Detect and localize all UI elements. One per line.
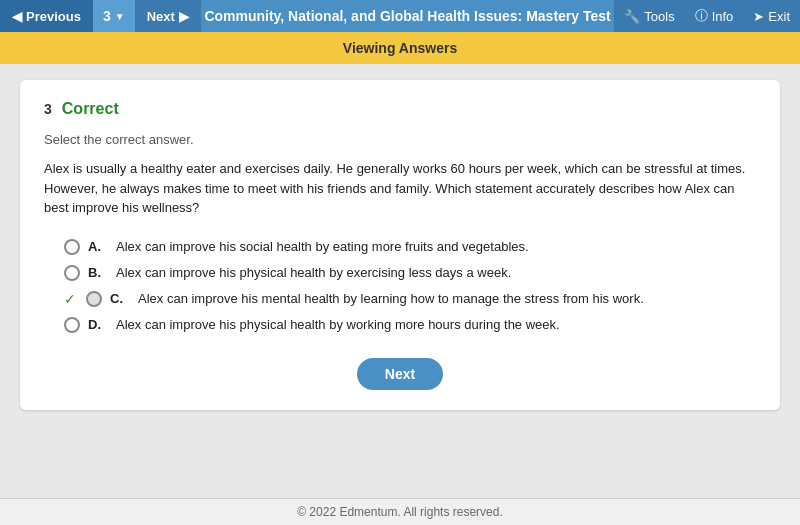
radio-a[interactable] bbox=[64, 239, 80, 255]
question-body: Alex is usually a healthy eater and exer… bbox=[44, 159, 756, 218]
letter-c: C. bbox=[110, 291, 130, 306]
previous-arrow-icon: ◀ bbox=[12, 9, 22, 24]
footer: © 2022 Edmentum. All rights reserved. bbox=[0, 498, 800, 525]
instruction-text: Select the correct answer. bbox=[44, 132, 756, 147]
radio-b[interactable] bbox=[64, 265, 80, 281]
question-card: 3 Correct Select the correct answer. Ale… bbox=[20, 80, 780, 410]
next-nav-button[interactable]: Next ▶ bbox=[135, 0, 201, 32]
question-header: 3 Correct bbox=[44, 100, 756, 118]
wrench-icon: 🔧 bbox=[624, 9, 640, 24]
check-icon: ✓ bbox=[64, 291, 76, 307]
letter-d: D. bbox=[88, 317, 108, 332]
answer-text-b: Alex can improve his physical health by … bbox=[116, 265, 511, 280]
next-arrow-icon: ▶ bbox=[179, 9, 189, 24]
list-item: B. Alex can improve his physical health … bbox=[64, 260, 756, 286]
previous-button[interactable]: ◀ Previous bbox=[0, 0, 93, 32]
viewing-answers-bar: Viewing Answers bbox=[0, 32, 800, 64]
info-icon: ⓘ bbox=[695, 7, 708, 25]
nav-tools: 🔧 Tools ⓘ Info ➤ Exit bbox=[614, 0, 800, 32]
radio-d[interactable] bbox=[64, 317, 80, 333]
letter-b: B. bbox=[88, 265, 108, 280]
question-indicator: 3 ▼ bbox=[93, 0, 135, 32]
main-content: 3 Correct Select the correct answer. Ale… bbox=[0, 64, 800, 498]
tools-button[interactable]: 🔧 Tools bbox=[614, 0, 684, 32]
next-button[interactable]: Next bbox=[357, 358, 443, 390]
copyright-text: © 2022 Edmentum. All rights reserved. bbox=[297, 505, 503, 519]
radio-c[interactable] bbox=[86, 291, 102, 307]
chevron-down-icon: ▼ bbox=[115, 11, 125, 22]
question-number: 3 bbox=[44, 101, 52, 117]
list-item: D. Alex can improve his physical health … bbox=[64, 312, 756, 338]
top-nav: ◀ Previous 3 ▼ Next ▶ Community, Nationa… bbox=[0, 0, 800, 32]
answer-text-a: Alex can improve his social health by ea… bbox=[116, 239, 529, 254]
exit-button[interactable]: ➤ Exit bbox=[743, 0, 800, 32]
page-title: Community, National, and Global Health I… bbox=[201, 8, 614, 24]
question-status: Correct bbox=[62, 100, 119, 118]
letter-a: A. bbox=[88, 239, 108, 254]
list-item: ✓ C. Alex can improve his mental health … bbox=[64, 286, 756, 312]
info-button[interactable]: ⓘ Info bbox=[685, 0, 744, 32]
next-button-container: Next bbox=[44, 358, 756, 390]
answer-text-d: Alex can improve his physical health by … bbox=[116, 317, 560, 332]
answer-text-c: Alex can improve his mental health by le… bbox=[138, 291, 644, 306]
answer-options-list: A. Alex can improve his social health by… bbox=[64, 234, 756, 338]
list-item: A. Alex can improve his social health by… bbox=[64, 234, 756, 260]
exit-icon: ➤ bbox=[753, 9, 764, 24]
